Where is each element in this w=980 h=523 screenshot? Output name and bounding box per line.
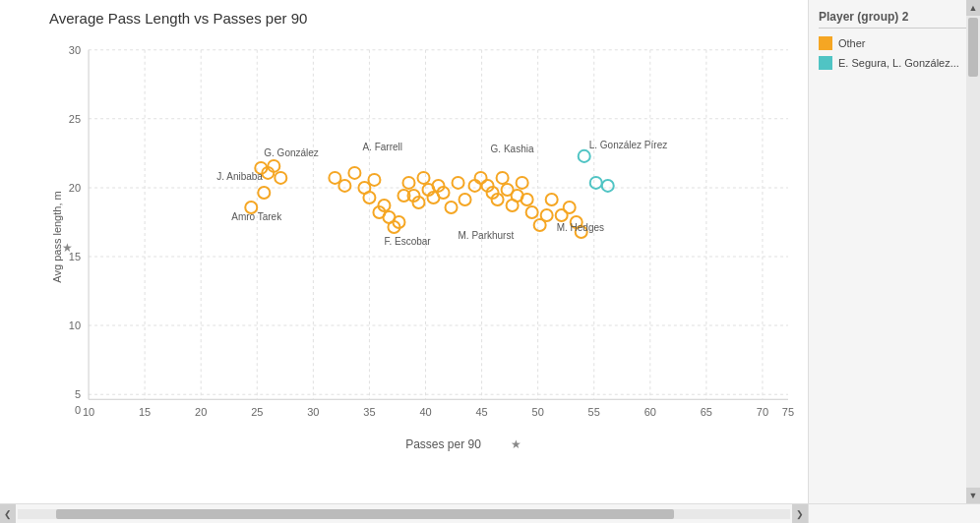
legend-swatch-other (819, 36, 832, 50)
svg-point-88 (546, 194, 558, 205)
chart-title: Average Pass Length vs Passes per 90 (49, 10, 798, 27)
svg-text:35: 35 (363, 406, 375, 418)
svg-text:10: 10 (83, 406, 94, 418)
svg-text:Passes per 90: Passes per 90 (405, 437, 481, 451)
svg-point-66 (417, 172, 429, 184)
svg-text:Avg pass length, m: Avg pass length, m (51, 191, 63, 282)
svg-point-74 (469, 180, 481, 192)
svg-text:J. Anibaba: J. Anibaba (216, 171, 263, 182)
svg-point-72 (453, 177, 464, 189)
legend-area: Player (group) 2 Other E. Segura, L. Gon… (809, 0, 980, 503)
bottom-spacer (809, 503, 980, 523)
svg-text:Amro Tarek: Amro Tarek (231, 211, 282, 222)
svg-text:A. Farrell: A. Farrell (362, 142, 402, 152)
svg-point-95 (602, 180, 614, 192)
svg-text:G. González: G. González (264, 147, 319, 158)
svg-text:★: ★ (511, 437, 521, 451)
svg-text:L. González Pírez: L. González Pírez (589, 140, 667, 150)
vertical-scrollbar[interactable]: ▲ ▼ (966, 0, 980, 503)
scroll-thumb-v[interactable] (968, 18, 978, 77)
legend-item-other: Other (819, 36, 970, 50)
scroll-track-h (18, 509, 790, 519)
svg-point-83 (517, 177, 528, 189)
svg-text:40: 40 (419, 406, 431, 418)
chart-area: Average Pass Length vs Passes per 90 (0, 0, 808, 523)
svg-text:10: 10 (69, 320, 81, 331)
svg-point-79 (497, 172, 509, 184)
svg-text:20: 20 (195, 406, 207, 418)
svg-text:0: 0 (75, 404, 81, 416)
svg-text:70: 70 (757, 406, 768, 418)
svg-text:G. Kashia: G. Kashia (491, 144, 534, 154)
scroll-up-button[interactable]: ▲ (966, 0, 980, 16)
svg-text:25: 25 (69, 113, 81, 125)
svg-point-85 (526, 206, 538, 218)
legend-swatch-teal (819, 56, 832, 70)
svg-point-48 (275, 172, 286, 184)
svg-point-90 (564, 202, 576, 213)
svg-text:60: 60 (644, 406, 656, 418)
scroll-right-button[interactable]: ❯ (792, 504, 808, 524)
legend-title: Player (group) 2 (819, 10, 970, 29)
scroll-down-button[interactable]: ▼ (966, 488, 980, 503)
svg-text:50: 50 (532, 406, 544, 418)
svg-point-93 (579, 150, 590, 162)
right-panel: Player (group) 2 Other E. Segura, L. Gon… (808, 0, 980, 523)
svg-point-87 (541, 209, 553, 221)
main-container: Average Pass Length vs Passes per 90 (0, 0, 980, 523)
svg-point-53 (348, 167, 360, 179)
scroll-left-button[interactable]: ❮ (0, 504, 16, 524)
svg-text:20: 20 (69, 182, 81, 194)
horizontal-scrollbar[interactable]: ❮ ❯ (0, 503, 808, 523)
legend-label-teal: E. Segura, L. González... (838, 57, 959, 69)
chart-inner: 30 25 20 15 10 5 0 10 15 20 25 30 35 40 … (49, 34, 798, 459)
svg-text:30: 30 (69, 44, 81, 56)
svg-point-52 (338, 180, 350, 192)
svg-point-94 (590, 177, 602, 189)
svg-point-63 (402, 177, 414, 189)
svg-text:25: 25 (251, 406, 263, 418)
svg-point-84 (521, 194, 533, 205)
svg-text:★: ★ (62, 241, 73, 255)
svg-point-49 (258, 187, 270, 199)
svg-text:30: 30 (307, 406, 319, 418)
svg-text:F. Escobar: F. Escobar (384, 236, 431, 247)
svg-point-71 (446, 202, 458, 213)
svg-text:5: 5 (75, 388, 81, 400)
scroll-track-v (966, 16, 980, 488)
svg-text:M. Hedges: M. Hedges (557, 222, 604, 233)
svg-point-56 (368, 174, 380, 186)
svg-text:45: 45 (475, 406, 487, 418)
legend-item-teal: E. Segura, L. González... (819, 56, 970, 70)
svg-text:55: 55 (588, 406, 600, 418)
svg-text:65: 65 (701, 406, 712, 418)
svg-text:75: 75 (782, 406, 794, 418)
scroll-thumb-h[interactable] (56, 509, 674, 519)
svg-point-75 (475, 172, 487, 184)
svg-point-73 (459, 194, 471, 205)
svg-text:M. Parkhurst: M. Parkhurst (459, 230, 515, 241)
legend-label-other: Other (838, 37, 866, 49)
svg-text:15: 15 (139, 406, 151, 418)
scatter-plot: 30 25 20 15 10 5 0 10 15 20 25 30 35 40 … (49, 34, 798, 459)
